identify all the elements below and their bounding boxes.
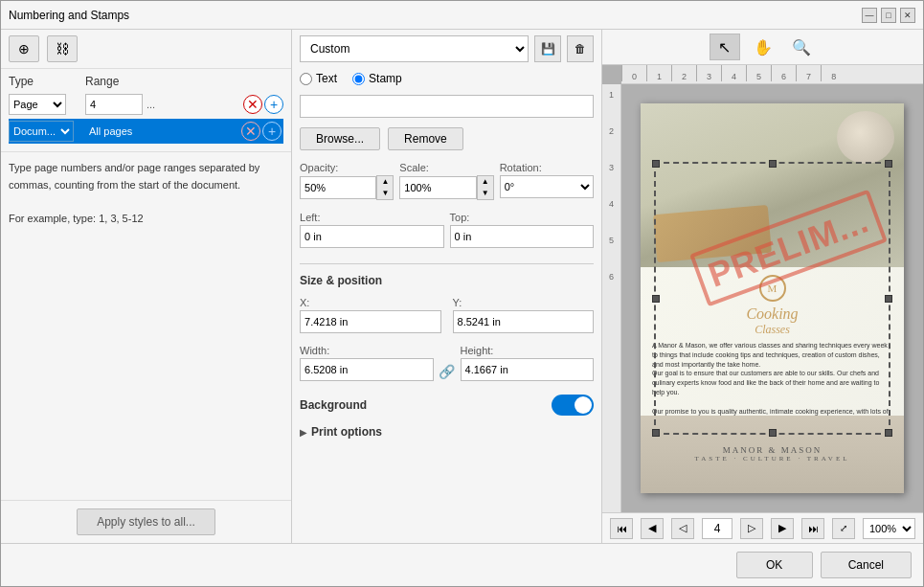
rotation-field: Rotation: 0° 90° 180° 270° (500, 162, 594, 200)
opacity-down-button[interactable]: ▼ (377, 188, 393, 199)
flyer-bowl-decoration (837, 111, 894, 164)
height-label: Height: (461, 345, 594, 356)
info-line-4: For example, type: 1, 3, 5-12 (9, 211, 283, 228)
window: Numbering and Stamps — □ ✕ ⊕ ⛓ Type (0, 0, 924, 587)
width-field: Width: (300, 345, 433, 381)
remove-row-1-button[interactable]: ✕ (243, 95, 262, 114)
type-cell-1: Page Document (9, 94, 85, 115)
browse-button[interactable]: Browse... (300, 127, 380, 150)
close-button[interactable]: ✕ (900, 8, 915, 23)
y-input[interactable] (453, 310, 594, 333)
search-tool-button[interactable]: 🔍 (786, 34, 817, 60)
prev-page-button[interactable]: ◀ (641, 518, 664, 539)
opacity-field: Opacity: ▲ ▼ (300, 162, 394, 200)
ruler-mark-7: 7 (796, 65, 821, 81)
opacity-input[interactable] (300, 176, 376, 199)
y-field: Y: (453, 297, 594, 333)
type-dropdown-2[interactable]: Docum... (9, 121, 74, 142)
ruler-mark-4: 4 (721, 65, 746, 81)
maximize-button[interactable]: □ (881, 8, 896, 23)
scale-field: Scale: ▲ ▼ (399, 162, 493, 200)
opacity-spinner-buttons: ▲ ▼ (376, 175, 394, 200)
row-actions-2: ✕ + (239, 122, 283, 141)
zoom-select[interactable]: 100% 50% 75% 125% 150% 200% (863, 518, 915, 539)
page-image: M Cooking Classes A Manor & Mason, we of… (641, 103, 904, 493)
file-buttons-row: Browse... Remove (300, 127, 594, 150)
table-header: Type Range (9, 75, 283, 88)
text-radio[interactable] (300, 73, 312, 85)
remove-button[interactable]: Remove (388, 127, 463, 150)
scale-down-button[interactable]: ▼ (478, 188, 493, 199)
text-radio-label[interactable]: Text (300, 72, 337, 85)
info-box: Type page numbers and/or page ranges sep… (1, 152, 291, 500)
scale-up-button[interactable]: ▲ (478, 176, 493, 188)
hand-tool-button[interactable]: ✋ (748, 34, 778, 60)
background-toggle[interactable] (552, 395, 594, 416)
ruler-mark-6: 6 (771, 65, 796, 81)
delete-preset-button[interactable]: 🗑 (567, 35, 594, 62)
plus-icon: ⊕ (18, 41, 30, 56)
stamp-table: Type Range Page Document ... (1, 69, 291, 152)
background-row: Background (300, 395, 594, 416)
stamp-radio-label[interactable]: Stamp (352, 72, 402, 85)
y-label: Y: (453, 297, 594, 308)
minimize-button[interactable]: — (862, 8, 877, 23)
height-input[interactable] (461, 358, 594, 381)
scale-input[interactable] (399, 176, 476, 199)
stamp-radio-text: Stamp (369, 72, 402, 85)
print-options-row[interactable]: ▶ Print options (300, 425, 594, 439)
page-number-input[interactable] (702, 518, 732, 539)
add-stamp-button[interactable]: ⊕ (9, 35, 39, 62)
remove-row-2-button[interactable]: ✕ (241, 122, 260, 141)
opacity-up-button[interactable]: ▲ (377, 176, 393, 188)
preview-toolbar: ↖ ✋ 🔍 (602, 30, 923, 65)
cursor-tool-button[interactable]: ↖ (710, 34, 740, 60)
search-icon: 🔍 (792, 38, 811, 56)
range-input-1[interactable] (85, 94, 143, 115)
top-input[interactable] (450, 225, 594, 248)
back-button[interactable]: ◁ (671, 518, 694, 539)
last-page-button[interactable]: ⏭ (801, 518, 824, 539)
left-input[interactable] (300, 225, 443, 248)
forward-button[interactable]: ▷ (740, 518, 763, 539)
file-path-input[interactable]: C:\Users\Fiery User\Desktop\text_stamp1.… (300, 95, 594, 118)
x-input[interactable] (300, 310, 440, 333)
link-button[interactable]: ⛓ (47, 35, 78, 62)
window-controls: — □ ✕ (862, 8, 915, 23)
first-page-button[interactable]: ⏮ (610, 518, 633, 539)
next-page-button[interactable]: ▶ (771, 518, 794, 539)
ruler-left-1: 1 (609, 90, 614, 100)
add-row-2-button[interactable]: + (262, 122, 282, 141)
stamp-radio[interactable] (352, 73, 365, 85)
opacity-label: Opacity: (300, 162, 394, 173)
ruler-mark-0: 0 (621, 65, 646, 81)
ok-button[interactable]: OK (736, 552, 813, 578)
preset-dropdown[interactable]: Custom (300, 35, 529, 62)
height-field: Height: (461, 345, 594, 381)
link-icon: ⛓ (56, 41, 69, 56)
link-proportions-icon[interactable]: 🔗 (438, 364, 457, 381)
apply-styles-button[interactable]: Apply styles to all... (77, 508, 215, 535)
save-icon: 💾 (541, 42, 555, 56)
bottom-bar: OK Cancel (1, 543, 923, 586)
cursor-icon: ↖ (718, 38, 731, 56)
save-preset-button[interactable]: 💾 (534, 35, 561, 62)
background-label: Background (300, 398, 367, 412)
ellipsis-1: ... (143, 99, 159, 110)
fit-page-button[interactable]: ⤢ (832, 518, 855, 539)
row-actions-1: ✕ + (243, 95, 283, 114)
title-bar: Numbering and Stamps — □ ✕ (1, 1, 923, 30)
cancel-button[interactable]: Cancel (821, 552, 912, 578)
ruler-left-6: 6 (609, 272, 614, 282)
flyer-cutting-board-decoration (653, 205, 772, 262)
ruler-mark-1: 1 (646, 65, 671, 81)
width-input[interactable] (300, 358, 433, 381)
left-field: Left: (300, 212, 443, 248)
add-row-1-button[interactable]: + (264, 95, 283, 114)
ruler-left-2: 2 (609, 126, 614, 136)
ruler-top: 0 1 2 3 4 5 6 7 8 (621, 65, 923, 84)
page-preview: M Cooking Classes A Manor & Mason, we of… (641, 103, 904, 493)
table-row-selected[interactable]: Docum... All pages ✕ + (9, 119, 283, 144)
type-dropdown-1[interactable]: Page Document (9, 94, 66, 115)
rotation-select[interactable]: 0° 90° 180° 270° (500, 175, 594, 198)
